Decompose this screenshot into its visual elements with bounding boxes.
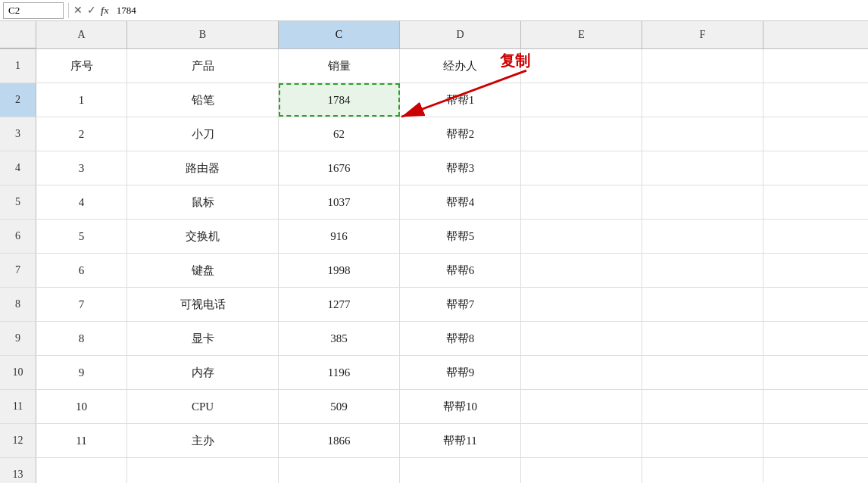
cell-c9[interactable]: 385 [279,322,400,355]
cell-b7[interactable]: 键盘 [127,254,279,287]
cell-d4[interactable]: 帮帮3 [400,151,521,185]
cell-c10[interactable]: 1196 [279,356,400,389]
cell-e13[interactable] [521,458,642,483]
formula-input[interactable] [112,5,865,17]
cell-c12[interactable]: 1866 [279,424,400,457]
cell-b9[interactable]: 显卡 [127,322,279,355]
cell-e9[interactable] [521,322,642,355]
cell-a7[interactable]: 6 [36,254,127,287]
row-num-8: 8 [0,288,36,321]
cell-e2[interactable] [521,83,642,117]
cell-f7[interactable] [642,254,763,287]
corner-cell [0,21,36,48]
cell-a5[interactable]: 4 [36,185,127,219]
cell-name-box[interactable]: C2 [3,2,64,19]
cell-b8[interactable]: 可视电话 [127,288,279,321]
cell-c6[interactable]: 916 [279,220,400,253]
cell-c2[interactable]: 1784 [279,83,400,117]
cell-c5[interactable]: 1037 [279,185,400,219]
cell-d8[interactable]: 帮帮7 [400,288,521,321]
table-row: 12 11 主办 1866 帮帮11 [0,424,868,458]
cell-b5[interactable]: 鼠标 [127,185,279,219]
cell-b4[interactable]: 路由器 [127,151,279,185]
cell-b13[interactable] [127,458,279,483]
col-header-b[interactable]: B [127,21,279,48]
cell-b1[interactable]: 产品 [127,49,279,83]
cell-d5[interactable]: 帮帮4 [400,185,521,219]
cell-f1[interactable] [642,49,763,83]
cell-c13[interactable] [279,458,400,483]
cell-a11[interactable]: 10 [36,390,127,423]
cell-e10[interactable] [521,356,642,389]
cell-b10[interactable]: 内存 [127,356,279,389]
cell-e11[interactable] [521,390,642,423]
row-num-5: 5 [0,185,36,219]
cell-a6[interactable]: 5 [36,220,127,253]
cell-d6[interactable]: 帮帮5 [400,220,521,253]
cell-e5[interactable] [521,185,642,219]
cell-b2[interactable]: 铅笔 [127,83,279,117]
cell-d13[interactable] [400,458,521,483]
cell-a12[interactable]: 11 [36,424,127,457]
cell-a13[interactable] [36,458,127,483]
cell-e8[interactable] [521,288,642,321]
cell-f10[interactable] [642,356,763,389]
cell-b3[interactable]: 小刀 [127,117,279,151]
cell-a4[interactable]: 3 [36,151,127,185]
cell-e3[interactable] [521,117,642,151]
cell-f9[interactable] [642,322,763,355]
table-row: 3 2 小刀 62 帮帮2 [0,117,868,151]
cell-f13[interactable] [642,458,763,483]
confirm-icon[interactable]: ✓ [87,4,96,17]
cell-c4[interactable]: 1676 [279,151,400,185]
cell-f3[interactable] [642,117,763,151]
cell-e4[interactable] [521,151,642,185]
cell-e1[interactable] [521,49,642,83]
cell-b12[interactable]: 主办 [127,424,279,457]
cell-c3[interactable]: 62 [279,117,400,151]
cell-f2[interactable] [642,83,763,117]
col-header-a[interactable]: A [36,21,127,48]
cell-d7[interactable]: 帮帮6 [400,254,521,287]
column-headers: A B C D E F [0,21,868,49]
cell-b11[interactable]: CPU [127,390,279,423]
col-header-c[interactable]: C [279,21,400,48]
col-header-f[interactable]: F [642,21,763,48]
table-row: 5 4 鼠标 1037 帮帮4 [0,185,868,220]
cell-a2[interactable]: 1 [36,83,127,117]
cell-f8[interactable] [642,288,763,321]
cell-d3[interactable]: 帮帮2 [400,117,521,151]
cell-c11[interactable]: 509 [279,390,400,423]
cell-d1[interactable]: 经办人 [400,49,521,83]
cell-d2[interactable]: 帮帮1 [400,83,521,117]
cancel-icon[interactable]: ✕ [73,4,83,17]
cell-d12[interactable]: 帮帮11 [400,424,521,457]
cell-c8[interactable]: 1277 [279,288,400,321]
cell-a8[interactable]: 7 [36,288,127,321]
cell-a10[interactable]: 9 [36,356,127,389]
cell-e7[interactable] [521,254,642,287]
col-header-e[interactable]: E [521,21,642,48]
cell-c1[interactable]: 销量 [279,49,400,83]
cell-f4[interactable] [642,151,763,185]
table-row: 1 序号 产品 销量 经办人 [0,49,868,83]
cell-f6[interactable] [642,220,763,253]
cell-d11[interactable]: 帮帮10 [400,390,521,423]
table-body: 1 序号 产品 销量 经办人 2 1 铅笔 1784 帮帮1 3 2 小刀 62… [0,49,868,483]
fx-icon[interactable]: fx [101,5,109,17]
cell-a1[interactable]: 序号 [36,49,127,83]
cell-c7[interactable]: 1998 [279,254,400,287]
cell-f12[interactable] [642,424,763,457]
cell-a9[interactable]: 8 [36,322,127,355]
cell-a3[interactable]: 2 [36,117,127,151]
cell-e6[interactable] [521,220,642,253]
cell-f5[interactable] [642,185,763,219]
cell-d10[interactable]: 帮帮9 [400,356,521,389]
table-row: 10 9 内存 1196 帮帮9 [0,356,868,390]
row-num-6: 6 [0,220,36,253]
cell-f11[interactable] [642,390,763,423]
cell-b6[interactable]: 交换机 [127,220,279,253]
cell-e12[interactable] [521,424,642,457]
col-header-d[interactable]: D [400,21,521,48]
cell-d9[interactable]: 帮帮8 [400,322,521,355]
